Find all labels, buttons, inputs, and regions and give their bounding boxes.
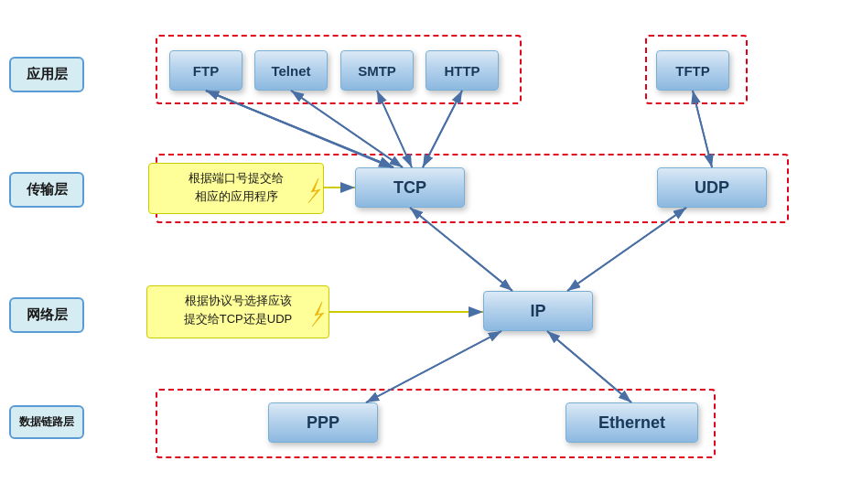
tftp-box: TFTP [656,50,729,91]
diagram-container: 应用层 传输层 网络层 数据链路层 FTP Telnet SMTP HTTP T… [0,0,862,504]
ip-box: IP [483,291,593,331]
ip-callout-text: 根据协议号选择应该 提交给TCP还是UDP [184,294,292,326]
ip-callout: 根据协议号选择应该 提交给TCP还是UDP [146,285,329,338]
ftp-box: FTP [169,50,242,91]
udp-box: UDP [657,167,767,208]
smtp-box: SMTP [340,50,414,91]
tcp-callout: 根据端口号提交给 相应的应用程序 [148,163,324,214]
ppp-box: PPP [268,402,378,443]
datalink-layer-label: 数据链路层 [9,405,84,439]
transport-layer-label: 传输层 [9,172,84,208]
app-layer-label: 应用层 [9,57,84,92]
network-layer-label: 网络层 [9,297,84,333]
ethernet-box: Ethernet [566,402,698,443]
telnet-box: Telnet [254,50,328,91]
tcp-callout-text: 根据端口号提交给 相应的应用程序 [189,171,284,203]
http-box: HTTP [426,50,499,91]
tcp-box: TCP [355,167,465,208]
